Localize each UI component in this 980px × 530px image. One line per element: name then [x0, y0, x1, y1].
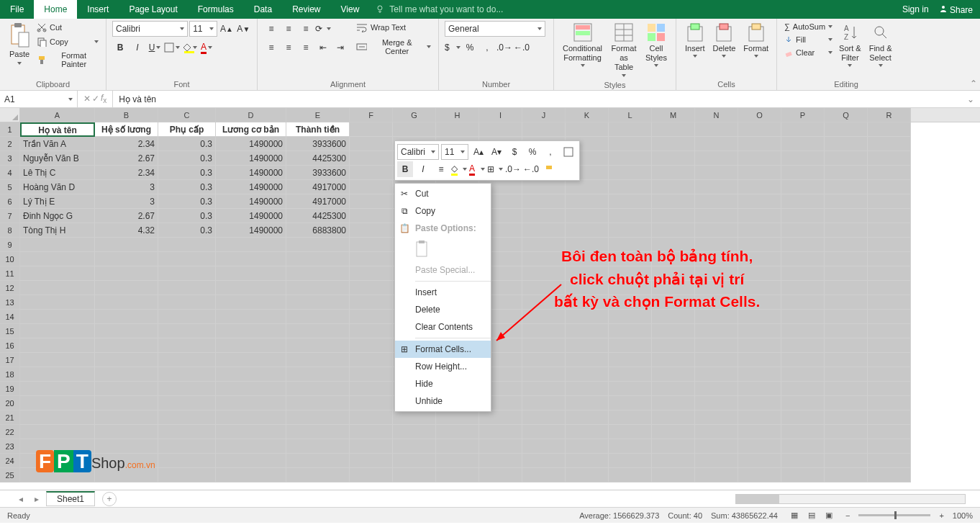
fx-button[interactable]: fx [101, 93, 106, 104]
cell-B18[interactable] [95, 367, 158, 382]
cell-P16[interactable] [781, 338, 825, 353]
cell-F7[interactable] [350, 209, 393, 223]
cell-B22[interactable] [95, 425, 158, 439]
cell-M7[interactable] [652, 209, 695, 223]
col-header-F[interactable]: F [350, 108, 393, 122]
zoom-slider[interactable] [858, 514, 930, 516]
row-header-12[interactable]: 12 [0, 281, 20, 295]
cell-E22[interactable] [286, 425, 350, 439]
cell-E12[interactable] [286, 281, 350, 295]
cell-A5[interactable]: Hoàng Văn D [20, 180, 95, 194]
cell-D15[interactable] [216, 324, 286, 338]
cell-P5[interactable] [781, 180, 825, 194]
mini-merge[interactable]: ⊞ [487, 161, 503, 177]
collapse-ribbon-button[interactable]: ⌃ [970, 78, 977, 89]
cell-B13[interactable] [95, 295, 158, 310]
cell-P24[interactable] [781, 454, 825, 468]
cell-K24[interactable] [566, 454, 609, 468]
cell-P2[interactable] [781, 137, 825, 151]
cell-E18[interactable] [286, 367, 350, 382]
cell-A2[interactable]: Trần Văn A [20, 137, 95, 151]
comma-format-button[interactable]: , [479, 40, 495, 55]
cell-E14[interactable] [286, 310, 350, 324]
cell-Q22[interactable] [825, 425, 868, 439]
fill-color-button[interactable] [181, 40, 197, 55]
mini-italic[interactable]: I [415, 161, 431, 177]
cell-H21[interactable] [436, 410, 479, 425]
cell-D5[interactable]: 1490000 [216, 180, 286, 194]
cell-A3[interactable]: Nguyễn Văn B [20, 151, 95, 166]
cell-D24[interactable] [216, 454, 286, 468]
mini-currency[interactable]: $ [507, 144, 522, 160]
number-format-select[interactable]: General [445, 21, 545, 37]
cell-D1[interactable]: Lương cơ bản [216, 122, 286, 137]
cell-M20[interactable] [652, 396, 695, 410]
zoom-level[interactable]: 100% [953, 511, 973, 520]
cell-J20[interactable] [522, 396, 566, 410]
cell-O15[interactable] [738, 324, 781, 338]
horizontal-scrollbar[interactable] [119, 494, 980, 504]
cell-P11[interactable] [781, 266, 825, 281]
cell-D25[interactable] [216, 468, 286, 482]
format-painter-button[interactable]: Format Painter [35, 50, 100, 70]
cell-A15[interactable] [20, 324, 95, 338]
cell-R25[interactable] [868, 468, 911, 482]
cell-J22[interactable] [522, 425, 566, 439]
cell-E25[interactable] [286, 468, 350, 482]
col-header-C[interactable]: C [158, 108, 216, 122]
cell-C19[interactable] [158, 382, 216, 396]
cell-K21[interactable] [566, 410, 609, 425]
row-header-22[interactable]: 22 [0, 425, 20, 439]
cell-K17[interactable] [566, 353, 609, 367]
cell-C10[interactable] [158, 252, 216, 266]
format-as-table-button[interactable]: Format as Table [607, 21, 640, 78]
cell-H24[interactable] [436, 454, 479, 468]
ctx-unhide[interactable]: Unhide [395, 392, 491, 410]
merge-center-button[interactable]: Merge & Center [355, 37, 432, 57]
cell-C22[interactable] [158, 425, 216, 439]
sheet-nav-prev[interactable]: ◂ [14, 494, 27, 504]
cell-E3[interactable]: 4425300 [286, 151, 350, 166]
cell-Q5[interactable] [825, 180, 868, 194]
cell-I1[interactable] [479, 122, 522, 137]
cell-O5[interactable] [738, 180, 781, 194]
col-header-M[interactable]: M [652, 108, 695, 122]
cell-O16[interactable] [738, 338, 781, 353]
cell-J23[interactable] [522, 439, 566, 454]
cell-P22[interactable] [781, 425, 825, 439]
cell-O24[interactable] [738, 454, 781, 468]
cell-J6[interactable] [522, 194, 566, 209]
cell-C18[interactable] [158, 367, 216, 382]
sort-filter-button[interactable]: AZSort & Filter [836, 21, 864, 68]
share-button[interactable]: Share [939, 4, 973, 15]
cell-H1[interactable] [436, 122, 479, 137]
cell-C21[interactable] [158, 410, 216, 425]
indent-decrease-button[interactable]: ⇤ [315, 40, 331, 55]
cell-A4[interactable]: Lê Thị C [20, 166, 95, 180]
cell-M23[interactable] [652, 439, 695, 454]
cell-F21[interactable] [350, 410, 393, 425]
cell-E13[interactable] [286, 295, 350, 310]
cell-D14[interactable] [216, 310, 286, 324]
col-header-A[interactable]: A [20, 108, 95, 122]
percent-format-button[interactable]: % [462, 40, 478, 55]
cell-G1[interactable] [393, 122, 436, 137]
cell-K5[interactable] [566, 180, 609, 194]
cell-D3[interactable]: 1490000 [216, 151, 286, 166]
cell-D16[interactable] [216, 338, 286, 353]
cell-F12[interactable] [350, 281, 393, 295]
cell-E8[interactable]: 6883800 [286, 223, 350, 238]
cell-H25[interactable] [436, 468, 479, 482]
col-header-P[interactable]: P [781, 108, 825, 122]
cell-C11[interactable] [158, 266, 216, 281]
cell-G21[interactable] [393, 410, 436, 425]
cell-I23[interactable] [479, 439, 522, 454]
cell-M8[interactable] [652, 223, 695, 238]
cell-N8[interactable] [695, 223, 738, 238]
cell-I22[interactable] [479, 425, 522, 439]
cell-D10[interactable] [216, 252, 286, 266]
cell-M2[interactable] [652, 137, 695, 151]
cell-E10[interactable] [286, 252, 350, 266]
cell-Q21[interactable] [825, 410, 868, 425]
cell-J18[interactable] [522, 367, 566, 382]
